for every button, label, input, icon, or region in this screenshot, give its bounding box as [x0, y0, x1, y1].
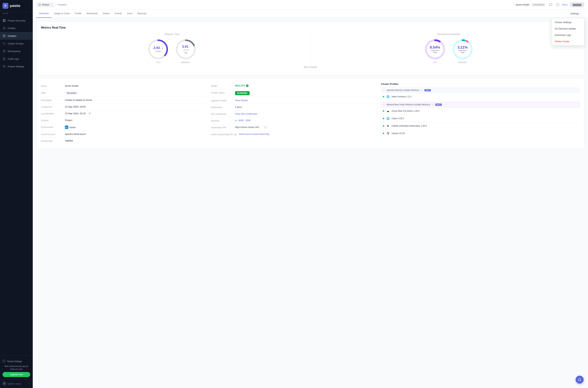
- tab-overview[interactable]: Overview: [36, 9, 51, 18]
- check-circle-icon: [246, 84, 249, 87]
- services-port-8080[interactable]: :8080: [238, 119, 244, 122]
- tab-backups[interactable]: Backups: [135, 9, 149, 18]
- profile-item-name: Calico 3.26.1: [392, 117, 576, 120]
- addon-profile-badge: PROJ: [424, 89, 431, 91]
- kubeconfig-info-icon[interactable]: i: [234, 133, 237, 136]
- profile-item-azure-disk[interactable]: ☁ Azure Disk CSI Driver 1.28.3: [381, 107, 580, 115]
- logo-icon: P: [2, 3, 8, 9]
- kubeconfig-label: Admin Kubeconfig File i: [211, 133, 237, 136]
- cpu-slash: /: [160, 47, 162, 49]
- info-tooltip-icon[interactable]: i: [89, 112, 91, 115]
- copy-api-button[interactable]: [264, 126, 267, 129]
- sidebar-item-label: Project Settings: [8, 65, 24, 68]
- cluster-info-card: Name azure-cluster Tags ms-azure Descrip…: [36, 78, 584, 149]
- tab-events[interactable]: Events: [112, 9, 125, 18]
- sidebar-logo[interactable]: P palette: [0, 0, 33, 12]
- dropdown-on-demand-update[interactable]: On-Demand Update: [552, 25, 584, 32]
- namespace-breakdown-section: Namespace Breakdown 8.54%: [318, 33, 580, 64]
- user-avatar[interactable]: ▓▓▓▓▓▓: [570, 2, 584, 7]
- sidebar-item-label: Cluster Groups: [8, 42, 24, 45]
- svg-rect-4: [3, 35, 5, 35]
- sidebar-item-clusters[interactable]: Clusters: [0, 32, 33, 40]
- dropdown-cluster-settings[interactable]: Cluster Settings: [552, 19, 584, 25]
- request-total-section: Request / Total 2.93 / 8: [41, 33, 303, 64]
- sidebar-bottom: Tenant Settings Start small and only pay…: [0, 355, 33, 379]
- cluster-status-label: Cluster Status: [211, 91, 233, 94]
- sidebar-item-project-overview[interactable]: Project Overview: [0, 17, 33, 24]
- sidebar-item-label: Clusters: [8, 35, 16, 37]
- breadcrumb-sep2: /: [514, 3, 514, 6]
- svg-point-9: [4, 43, 5, 45]
- svg-text:Az: Az: [65, 126, 68, 128]
- palette-k8s-icon: ⚙: [386, 124, 390, 128]
- architecture-value: AMD64: [65, 139, 73, 142]
- chevron-left-icon[interactable]: [28, 382, 30, 385]
- profile-dot: [383, 125, 384, 127]
- chat-icon-button[interactable]: [548, 2, 553, 7]
- services-port-3000[interactable]: :3000: [245, 119, 251, 122]
- layout-icon: [2, 49, 6, 53]
- profile-item-calico[interactable]: 🌐 Calico 3.26.1: [381, 115, 580, 122]
- dropdown-delete-cluster[interactable]: Delete Cluster: [552, 38, 584, 45]
- profile-item-palette-kubernetes[interactable]: ⚙ Palette eXtended Kubernetes 1.30.4: [381, 122, 580, 130]
- upgrade-button[interactable]: Upgrade now: [2, 372, 30, 377]
- chevron-down-icon: [50, 4, 52, 6]
- infra-profile-label: INFRASTRUCTURE PROFILE AZURE-PROFILE: [387, 104, 430, 106]
- k8s-certificates-value[interactable]: View K8s Certificates: [235, 113, 258, 115]
- project-selector[interactable]: Default: [36, 2, 54, 7]
- health-label: Health: [211, 84, 233, 87]
- settings-dropdown: Cluster Settings On-Demand Update Downlo…: [552, 18, 584, 46]
- tab-usage-costs[interactable]: Usage & Costs: [51, 9, 72, 18]
- addon-profile-section: ADDON PROFILE AZURE-PROFILE PROJ 🌐 Hello…: [381, 88, 580, 100]
- azure-disk-icon: ☁: [386, 109, 390, 113]
- sidebar-item-cluster-groups[interactable]: Cluster Groups: [0, 40, 33, 47]
- services-ui-label: ui: [235, 119, 237, 122]
- dropdown-download-logs[interactable]: Download Logs: [552, 32, 584, 38]
- infra-profile-badge: PROJ: [435, 103, 442, 106]
- kubeconfig-value[interactable]: admin.azure-cluster.kubeconfig: [239, 133, 269, 135]
- sidebar-item-profiles[interactable]: Profiles: [0, 24, 33, 32]
- tab-scan[interactable]: Scan: [124, 9, 135, 18]
- server-icon: [2, 34, 6, 38]
- topbar-right: 1.29/100kCH Docs ▓▓▓▓▓▓: [531, 2, 584, 7]
- kubernetes-label: Kubernetes: [211, 106, 233, 109]
- tab-workloads[interactable]: Workloads: [84, 9, 100, 18]
- info-row-services: Services ui :8080 :3000: [211, 117, 377, 124]
- svg-rect-2: [3, 21, 4, 22]
- created-on-label: Created On: [41, 105, 63, 108]
- search-fab-button[interactable]: [576, 376, 584, 384]
- cpu-gauge-label: CPU: [156, 61, 160, 64]
- app-version: 4.4.19: [0, 12, 33, 15]
- tab-profile[interactable]: Profile: [72, 9, 84, 18]
- sidebar-item-tenant-settings[interactable]: Tenant Settings: [2, 358, 30, 365]
- sidebar-item-audit-logs[interactable]: Audit Logs: [0, 55, 33, 63]
- environment-value: Az Azure: [65, 125, 75, 129]
- svg-rect-39: [265, 127, 266, 128]
- profile-item-ubuntu[interactable]: 🐧 Ubuntu 22.04: [381, 130, 580, 137]
- svg-rect-5: [3, 36, 5, 37]
- metrics-gauges: 2.93 / 8 Cores CPU: [41, 38, 303, 64]
- memory-gauge-label: MEMORY: [181, 61, 190, 64]
- addon-profile-header[interactable]: ADDON PROFILE AZURE-PROFILE PROJ: [381, 88, 580, 93]
- docs-link[interactable]: Docs: [562, 3, 568, 6]
- breadcrumb-clusters[interactable]: Clusters: [58, 3, 512, 6]
- kubernetes-api-label: Kubernetes API: [211, 126, 233, 129]
- svg-point-18: [4, 383, 5, 384]
- grid-icon: [2, 19, 6, 22]
- settings-button[interactable]: Settings: [568, 11, 584, 16]
- services-label: Services: [211, 119, 233, 122]
- profile-item-hello-universe[interactable]: 🌐 Hello Universe 1.2.0: [381, 93, 580, 100]
- info-icon-button[interactable]: [555, 2, 560, 7]
- sidebar-item-project-settings[interactable]: Project Settings: [0, 63, 33, 70]
- more-details-link[interactable]: More Details: [41, 64, 580, 71]
- layers-icon: [2, 26, 6, 30]
- sidebar-item-workspaces[interactable]: Workspaces: [0, 47, 33, 55]
- main-area: Default / Clusters / azure-cluster 1.29/…: [33, 0, 588, 388]
- name-value: azure-cluster: [65, 84, 79, 87]
- upgrade-details-value[interactable]: View Details: [235, 99, 248, 102]
- tab-nodes[interactable]: Nodes: [100, 9, 112, 18]
- infra-profile-header[interactable]: INFRASTRUCTURE PROFILE AZURE-PROFILE PRO…: [381, 102, 580, 107]
- spectro-label: spectro cloud: [8, 383, 21, 385]
- spectro-cloud-item[interactable]: spectro cloud: [0, 379, 33, 388]
- profile-dot: [383, 110, 384, 112]
